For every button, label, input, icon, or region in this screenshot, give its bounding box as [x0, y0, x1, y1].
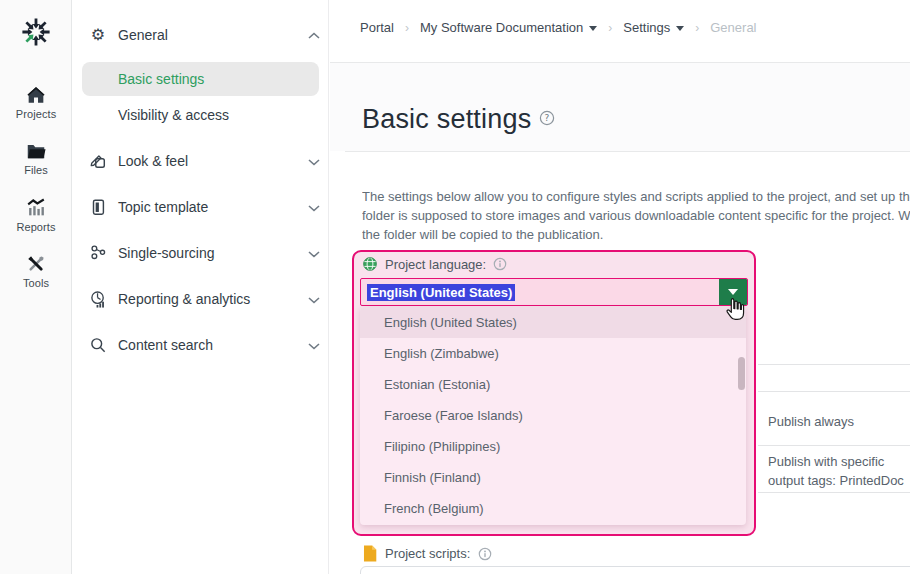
icon-rail: Projects Files Reports Too — [0, 0, 72, 574]
dropdown-option[interactable]: Estonian (Estonia) — [360, 369, 746, 400]
rail-item-files[interactable]: Files — [0, 140, 72, 176]
table-cell-publish-tags-line1: Publish with specific — [768, 454, 884, 469]
dropdown-option[interactable]: Finnish (Finland) — [360, 462, 746, 493]
caret-down-icon — [676, 26, 684, 31]
project-language-label: Project language: — [385, 257, 486, 272]
template-icon — [88, 198, 108, 216]
home-icon — [25, 84, 47, 106]
rail-item-reports[interactable]: Reports — [0, 197, 72, 233]
app-window: Projects Files Reports Too — [0, 0, 910, 574]
chevron-down-icon — [308, 290, 320, 308]
caret-down-icon — [589, 26, 597, 31]
help-icon[interactable]: ? — [539, 110, 555, 130]
table-row-divider — [758, 391, 910, 392]
table-row-divider — [758, 445, 910, 446]
caret-down-icon — [728, 289, 738, 295]
rail-label-reports: Reports — [0, 221, 72, 233]
breadcrumb-settings[interactable]: Settings — [623, 20, 684, 35]
dropdown-option[interactable]: English (United States) — [360, 307, 746, 338]
app-logo-icon[interactable] — [16, 12, 56, 52]
table-cell-publish-always: Publish always — [768, 414, 854, 429]
globe-icon — [362, 256, 378, 272]
file-icon — [362, 545, 377, 562]
breadcrumb-separator: › — [695, 21, 699, 35]
table-cell-publish-tags-line2: output tags: PrintedDoc — [768, 473, 904, 488]
rail-item-tools[interactable]: Tools — [0, 253, 72, 289]
svg-text:?: ? — [545, 113, 550, 123]
language-select[interactable]: English (United States) — [360, 278, 748, 306]
sidebar-item-visibility-access[interactable]: Visibility & access — [118, 107, 229, 123]
dropdown-option[interactable]: Faroese (Faroe Islands) — [360, 400, 746, 431]
chevron-down-icon — [308, 198, 320, 216]
sidebar-item-basic-settings[interactable]: Basic settings — [82, 62, 319, 96]
rail-label-projects: Projects — [0, 108, 72, 120]
sidebar-item-content-search[interactable]: Content search — [88, 331, 320, 359]
gear-icon: ⚙ — [88, 27, 108, 43]
breadcrumb-portal[interactable]: Portal — [360, 20, 394, 35]
chevron-down-icon — [308, 152, 320, 170]
table-row-divider — [758, 364, 910, 365]
table-row-divider — [758, 492, 910, 493]
page-title: Basic settings — [362, 104, 531, 135]
project-scripts-label: Project scripts: — [385, 546, 470, 561]
chevron-down-icon — [308, 336, 320, 354]
breadcrumb-current: General — [710, 20, 756, 35]
sidebar-item-general[interactable]: ⚙ General — [88, 21, 320, 49]
dropdown-scrollbar-thumb[interactable] — [738, 357, 745, 390]
branch-icon — [88, 244, 108, 262]
rail-item-projects[interactable]: Projects — [0, 84, 72, 120]
sidebar-item-single-sourcing[interactable]: Single-sourcing — [88, 239, 320, 267]
analytics-icon — [88, 290, 108, 308]
breadcrumb-separator: › — [608, 21, 612, 35]
sidebar-item-look-feel[interactable]: Look & feel — [88, 147, 320, 175]
language-dropdown-list: English (United States) English (Zimbabw… — [360, 307, 746, 525]
breadcrumb-separator: › — [405, 21, 409, 35]
tools-icon — [25, 253, 47, 275]
chevron-up-icon — [308, 26, 320, 44]
chevron-down-icon — [308, 244, 320, 262]
info-icon[interactable] — [478, 547, 492, 561]
chart-icon — [25, 197, 47, 219]
language-select-value: English (United States) — [367, 284, 515, 301]
dropdown-option[interactable]: French (Belgium) — [360, 493, 746, 524]
rail-label-tools: Tools — [0, 277, 72, 289]
title-divider — [345, 151, 910, 152]
page-description: The settings below allow you to configur… — [362, 187, 910, 244]
dropdown-option[interactable]: English (Zimbabwe) — [360, 338, 746, 369]
sidebar-item-reporting-analytics[interactable]: Reporting & analytics — [88, 285, 320, 313]
project-scripts-input[interactable] — [360, 566, 910, 574]
sidebar-item-topic-template[interactable]: Topic template — [88, 193, 320, 221]
settings-sidebar: ⚙ General Basic settings Visibility & ac… — [72, 0, 329, 574]
mouse-cursor-hand — [722, 296, 748, 326]
design-icon — [88, 152, 108, 170]
breadcrumb-project[interactable]: My Software Documentation — [420, 20, 597, 35]
dropdown-option[interactable]: Filipino (Philippines) — [360, 431, 746, 462]
info-icon[interactable] — [493, 257, 507, 271]
folder-icon — [25, 140, 47, 162]
rail-label-files: Files — [0, 164, 72, 176]
search-icon — [88, 336, 108, 354]
breadcrumb: Portal › My Software Documentation › Set… — [360, 20, 757, 35]
